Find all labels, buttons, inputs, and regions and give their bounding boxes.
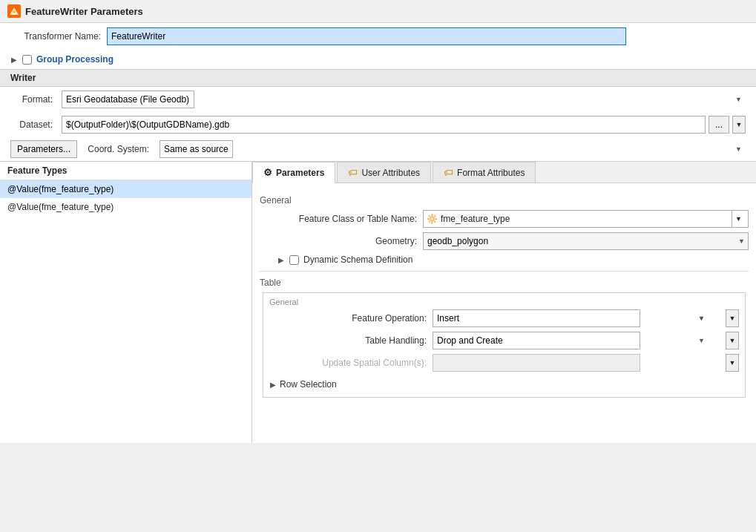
divider-1: [260, 271, 749, 272]
feature-operation-input-wrapper: Insert ▼ ▼: [433, 309, 739, 327]
title-bar: FeatureWriter Parameters: [0, 0, 756, 23]
transformer-name-input[interactable]: [107, 27, 626, 45]
dialog-body: Transformer Name: ▶ Group Processing Wri…: [0, 23, 756, 443]
tab-user-attributes[interactable]: 🏷 User Attributes: [337, 162, 431, 183]
feature-types-header: Feature Types: [0, 162, 252, 180]
group-processing-arrow[interactable]: ▶: [10, 56, 18, 64]
parameters-content: General Feature Class or Table Name: 🔆 f…: [252, 183, 756, 408]
tab-format-attributes-icon: 🏷: [444, 167, 453, 178]
transformer-name-row: Transformer Name:: [0, 23, 756, 50]
update-spatial-row: Update Spatial Column(s): ▼: [269, 354, 739, 372]
format-label: Format:: [10, 94, 59, 105]
tab-format-attributes[interactable]: 🏷 Format Attributes: [433, 162, 536, 183]
tab-format-attributes-label: Format Attributes: [457, 168, 525, 178]
tab-parameters-label: Parameters: [276, 168, 324, 178]
group-processing-checkbox[interactable]: [22, 55, 32, 65]
tab-user-attributes-icon: 🏷: [348, 167, 358, 178]
table-section-label: Table: [260, 278, 749, 288]
parameters-button[interactable]: Parameters...: [10, 140, 77, 158]
feature-operation-row: Feature Operation: Insert ▼ ▼: [269, 309, 739, 327]
fme-icon: 🔆: [427, 214, 438, 224]
coord-system-label: Coord. System:: [83, 144, 154, 154]
tab-parameters-icon: ⚙: [263, 167, 272, 178]
dataset-arrow-button[interactable]: ▼: [732, 116, 746, 134]
geometry-label: Geometry:: [260, 236, 423, 246]
table-general-box: General Feature Operation: Insert ▼: [263, 292, 746, 398]
feature-operation-select-wrapper: Insert ▼: [433, 309, 726, 327]
table-handling-select[interactable]: Drop and Create: [433, 332, 640, 349]
dynamic-schema-arrow[interactable]: ▶: [277, 256, 285, 264]
format-select-wrapper: Esri Geodatabase (File Geodb): [62, 91, 746, 108]
update-spatial-arrow-button[interactable]: ▼: [726, 354, 739, 372]
group-processing-label: Group Processing: [36, 54, 114, 65]
feature-class-label: Feature Class or Table Name:: [260, 214, 423, 224]
update-spatial-label: Update Spatial Column(s):: [269, 358, 433, 368]
geometry-select[interactable]: geodb_polygon: [423, 232, 749, 250]
format-row: Format: Esri Geodatabase (File Geodb): [0, 87, 756, 112]
feature-operation-label: Feature Operation:: [269, 313, 433, 324]
app-icon: [7, 4, 21, 18]
feature-types-panel: Feature Types @Value(fme_feature_type) @…: [0, 162, 252, 443]
dynamic-schema-checkbox[interactable]: [289, 255, 299, 265]
dynamic-schema-row: ▶ Dynamic Schema Definition: [277, 254, 749, 265]
row-selection-arrow[interactable]: ▶: [269, 381, 277, 389]
row-selection-row: ▶ Row Selection: [269, 376, 739, 393]
feature-operation-select[interactable]: Insert: [433, 309, 640, 327]
dataset-input[interactable]: [62, 116, 706, 134]
update-spatial-select[interactable]: [433, 354, 640, 372]
update-spatial-select-wrapper: [433, 354, 726, 372]
table-section: Table General Feature Operation: Insert: [260, 278, 749, 398]
format-select[interactable]: Esri Geodatabase (File Geodb): [62, 91, 194, 108]
group-processing-row: ▶ Group Processing: [0, 50, 756, 69]
update-spatial-input-wrapper: ▼: [433, 354, 739, 372]
tab-parameters[interactable]: ⚙ Parameters: [252, 162, 335, 183]
dynamic-schema-label: Dynamic Schema Definition: [303, 254, 412, 265]
coord-system-select-wrapper: Same as source: [160, 140, 746, 158]
main-content: Feature Types @Value(fme_feature_type) @…: [0, 161, 756, 443]
params-coord-row: Parameters... Coord. System: Same as sou…: [0, 137, 756, 161]
table-handling-arrow-button[interactable]: ▼: [726, 332, 739, 349]
dataset-label: Dataset:: [10, 119, 59, 130]
row-selection-label: Row Selection: [280, 379, 337, 390]
dataset-row: Dataset: ... ▼: [0, 112, 756, 137]
feature-operation-arrow-button[interactable]: ▼: [726, 309, 739, 327]
feature-type-item-0[interactable]: @Value(fme_feature_type): [0, 180, 252, 198]
right-panel: ⚙ Parameters 🏷 User Attributes 🏷 Format …: [252, 162, 756, 443]
title-bar-text: FeatureWriter Parameters: [25, 6, 143, 17]
coord-system-select[interactable]: Same as source: [160, 140, 233, 158]
transformer-name-label: Transformer Name:: [10, 31, 107, 42]
geometry-select-wrapper: geodb_polygon: [423, 232, 749, 250]
feature-type-item-1[interactable]: @Value(fme_feature_type): [0, 198, 252, 216]
table-general-label: General: [269, 298, 739, 306]
dataset-browse-button[interactable]: ...: [709, 116, 729, 134]
feature-class-value[interactable]: fme_feature_type: [441, 214, 729, 224]
table-handling-label: Table Handling:: [269, 335, 433, 346]
table-handling-select-wrapper: Drop and Create ▼: [433, 332, 726, 349]
tab-user-attributes-label: User Attributes: [361, 168, 420, 178]
feature-class-dropdown[interactable]: ▼: [732, 211, 745, 227]
general-section-label: General: [260, 195, 749, 206]
writer-section-header: Writer: [0, 69, 756, 87]
tabs-row: ⚙ Parameters 🏷 User Attributes 🏷 Format …: [252, 162, 756, 183]
svg-point-2: [13, 10, 16, 13]
feature-class-row: Feature Class or Table Name: 🔆 fme_featu…: [260, 210, 749, 228]
geometry-row: Geometry: geodb_polygon: [260, 232, 749, 250]
table-handling-input-wrapper: Drop and Create ▼ ▼: [433, 332, 739, 349]
table-handling-row: Table Handling: Drop and Create ▼ ▼: [269, 332, 739, 349]
feature-class-input-wrapper: 🔆 fme_feature_type ▼: [423, 210, 749, 228]
